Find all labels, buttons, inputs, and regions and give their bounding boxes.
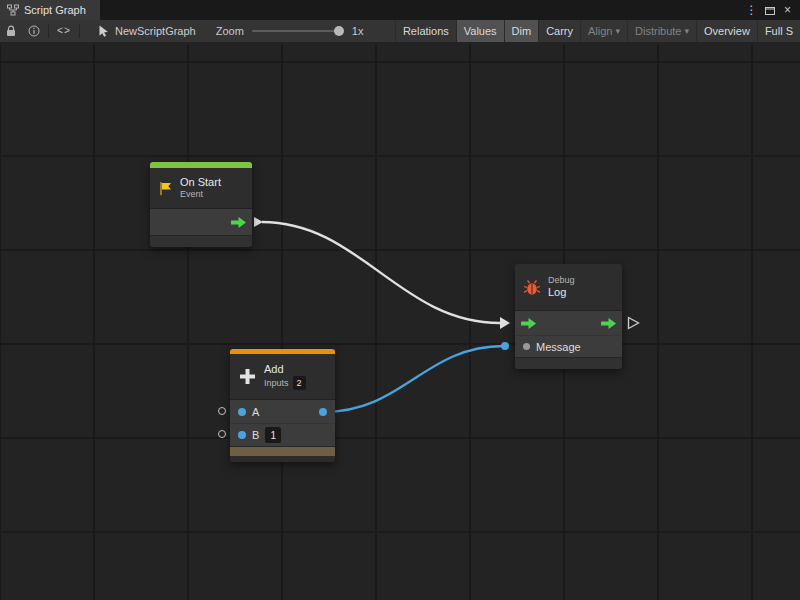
ghost-port-b-icon — [218, 430, 226, 438]
wire-start-arrow-icon — [254, 217, 263, 227]
wire-end-arrow-icon — [500, 317, 510, 329]
wire-add-to-message[interactable] — [323, 346, 504, 412]
info-icon — [28, 25, 40, 37]
node-footer — [230, 456, 335, 462]
node-title: Add — [264, 363, 306, 376]
fullscreen-button[interactable]: Full S — [757, 20, 800, 42]
chevron-down-icon: ▾ — [616, 26, 621, 36]
code-icon: <> — [57, 26, 71, 37]
tab-script-graph[interactable]: Script Graph — [0, 0, 100, 20]
continue-triangle-icon[interactable] — [627, 316, 640, 330]
debug-log-flow-row — [515, 311, 622, 335]
toolbar-separator — [79, 24, 80, 38]
flow-input-port[interactable] — [521, 318, 536, 329]
wire-end-dot — [501, 342, 509, 350]
node-on-start[interactable]: On Start Event — [150, 162, 252, 247]
value-output-port[interactable] — [319, 408, 327, 416]
node-add[interactable]: Add Inputs 2 A B 1 — [230, 349, 335, 462]
node-debug-log[interactable]: Debug Log Message — [515, 264, 622, 369]
graph-asset-icon — [98, 25, 109, 38]
tab-label: Script Graph — [24, 4, 86, 16]
graph-toolbar: <> NewScriptGraph Zoom 1x Relations Valu… — [0, 20, 800, 43]
toolbar-buttons: Relations Values Dim Carry Align ▾ Distr… — [395, 20, 800, 42]
kebab-menu-icon[interactable]: ⋮ — [744, 2, 759, 18]
node-title: On Start — [180, 176, 221, 189]
values-button[interactable]: Values — [456, 20, 504, 42]
node-footer — [150, 235, 252, 247]
node-subtitle: Event — [180, 189, 221, 200]
distribute-label: Distribute — [635, 25, 681, 37]
wire-onstart-to-log[interactable] — [262, 222, 500, 323]
add-titles: Add Inputs 2 — [264, 363, 306, 390]
zoom-label: Zoom — [216, 25, 244, 37]
flag-icon — [158, 181, 173, 196]
inputs-control: Inputs 2 — [264, 376, 306, 390]
value-input-port-a[interactable] — [238, 408, 246, 416]
port-label: Message — [536, 341, 581, 353]
node-footer — [515, 357, 622, 369]
flow-output-port[interactable] — [231, 217, 246, 228]
add-header: Add Inputs 2 — [230, 354, 335, 399]
message-port-row: Message — [515, 335, 622, 357]
code-view-button[interactable]: <> — [51, 20, 77, 42]
graph-canvas[interactable]: On Start Event — [0, 44, 800, 600]
plus-icon — [238, 367, 257, 386]
close-icon[interactable]: × — [780, 2, 795, 18]
inputs-label: Inputs — [264, 378, 289, 389]
lock-icon — [6, 25, 16, 37]
align-label: Align — [588, 25, 612, 37]
chevron-down-icon: ▾ — [685, 26, 690, 36]
port-row-a: A — [230, 400, 335, 423]
align-dropdown[interactable]: Align ▾ — [580, 20, 627, 42]
port-label: A — [252, 406, 259, 418]
on-start-header: On Start Event — [150, 168, 252, 208]
port-label: B — [252, 429, 259, 441]
inputs-count-field[interactable]: 2 — [293, 376, 306, 390]
node-footer-accent — [230, 446, 335, 456]
script-graph-window: Script Graph ⋮ × — [0, 0, 800, 600]
zoom-slider[interactable] — [252, 30, 344, 32]
title-bar: Script Graph ⋮ × — [0, 0, 800, 20]
toolbar-separator — [48, 24, 49, 38]
port-b-value-field[interactable]: 1 — [265, 427, 281, 443]
bug-icon — [523, 279, 541, 296]
wires-layer — [0, 44, 800, 600]
overview-button[interactable]: Overview — [696, 20, 757, 42]
on-start-flow-row — [150, 209, 252, 235]
node-title: Log — [548, 286, 575, 299]
maximize-icon[interactable] — [762, 2, 777, 18]
graph-name-label: NewScriptGraph — [115, 25, 196, 37]
zoom-slider-knob[interactable] — [334, 26, 344, 36]
relations-button[interactable]: Relations — [395, 20, 456, 42]
debug-log-titles: Debug Log — [548, 275, 575, 299]
message-input-port[interactable] — [523, 343, 530, 350]
flow-output-port[interactable] — [601, 318, 616, 329]
on-start-titles: On Start Event — [180, 176, 221, 200]
zoom-control: Zoom 1x — [216, 25, 364, 37]
port-row-b: B 1 — [230, 423, 335, 446]
ghost-port-a-icon — [218, 407, 226, 415]
dim-button[interactable]: Dim — [504, 20, 539, 42]
window-controls: ⋮ × — [744, 0, 800, 20]
distribute-dropdown[interactable]: Distribute ▾ — [627, 20, 696, 42]
maximize-glyph — [765, 6, 775, 15]
carry-button[interactable]: Carry — [538, 20, 580, 42]
script-graph-icon — [7, 4, 19, 16]
zoom-value: 1x — [352, 25, 364, 37]
info-button[interactable] — [22, 20, 46, 42]
node-category: Debug — [548, 275, 575, 286]
lock-button[interactable] — [0, 20, 22, 42]
graph-name-breadcrumb[interactable]: NewScriptGraph — [98, 25, 196, 38]
value-input-port-b[interactable] — [238, 431, 246, 439]
debug-log-header: Debug Log — [515, 264, 622, 310]
